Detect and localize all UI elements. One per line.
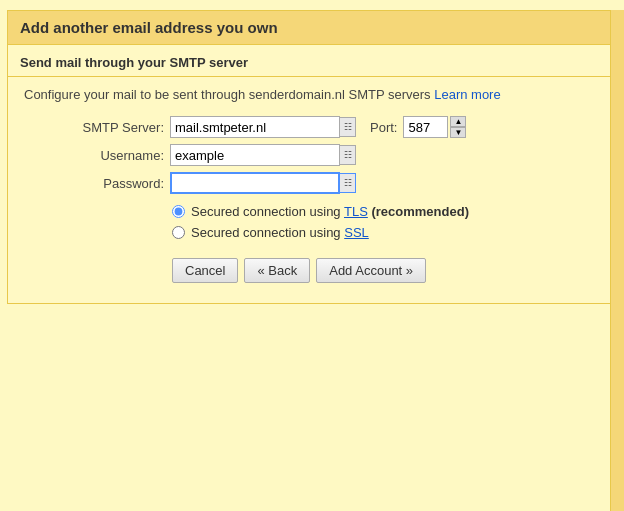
password-row: Password: ☷ xyxy=(64,172,600,194)
form-table: SMTP Server: ☷ Port: ▲ ▼ xyxy=(64,116,600,194)
add-account-button[interactable]: Add Account » xyxy=(316,258,426,283)
username-row: Username: ☷ xyxy=(64,144,600,166)
username-input[interactable] xyxy=(170,144,340,166)
right-sidebar xyxy=(610,10,624,511)
username-icon[interactable]: ☷ xyxy=(340,145,356,165)
dialog-container: Add another email address you own Send m… xyxy=(7,10,617,304)
dialog-title: Add another email address you own xyxy=(8,11,616,45)
ssl-radio[interactable] xyxy=(172,226,185,239)
password-icon[interactable]: ☷ xyxy=(340,173,356,193)
tls-radio-row: Secured connection using TLS (recommende… xyxy=(172,204,600,219)
ssl-label: Secured connection using SSL xyxy=(191,225,369,240)
smtp-row: SMTP Server: ☷ Port: ▲ ▼ xyxy=(64,116,600,138)
smtp-label: SMTP Server: xyxy=(64,120,164,135)
username-label: Username: xyxy=(64,148,164,163)
tls-radio[interactable] xyxy=(172,205,185,218)
back-button[interactable]: « Back xyxy=(244,258,310,283)
smtp-input-wrapper: ☷ xyxy=(170,116,356,138)
section-body: Configure your mail to be sent through s… xyxy=(8,77,616,303)
password-input[interactable] xyxy=(170,172,340,194)
learn-more-link[interactable]: Learn more xyxy=(434,87,500,102)
port-spinner: ▲ ▼ xyxy=(450,116,466,138)
port-down-button[interactable]: ▼ xyxy=(450,127,466,138)
password-input-wrapper: ☷ xyxy=(170,172,356,194)
section-title: Send mail through your SMTP server xyxy=(8,45,616,77)
smtp-icon[interactable]: ☷ xyxy=(340,117,356,137)
cancel-button[interactable]: Cancel xyxy=(172,258,238,283)
tls-link[interactable]: TLS xyxy=(344,204,368,219)
password-label: Password: xyxy=(64,176,164,191)
smtp-input[interactable] xyxy=(170,116,340,138)
ssl-link[interactable]: SSL xyxy=(344,225,369,240)
button-row: Cancel « Back Add Account » xyxy=(172,258,600,283)
port-up-button[interactable]: ▲ xyxy=(450,116,466,127)
port-label: Port: xyxy=(370,120,397,135)
tls-label: Secured connection using TLS (recommende… xyxy=(191,204,469,219)
port-input[interactable] xyxy=(403,116,448,138)
username-input-wrapper: ☷ xyxy=(170,144,356,166)
radio-group: Secured connection using TLS (recommende… xyxy=(172,204,600,240)
info-text: Configure your mail to be sent through s… xyxy=(24,87,600,102)
ssl-radio-row: Secured connection using SSL xyxy=(172,225,600,240)
port-section: Port: ▲ ▼ xyxy=(370,116,466,138)
